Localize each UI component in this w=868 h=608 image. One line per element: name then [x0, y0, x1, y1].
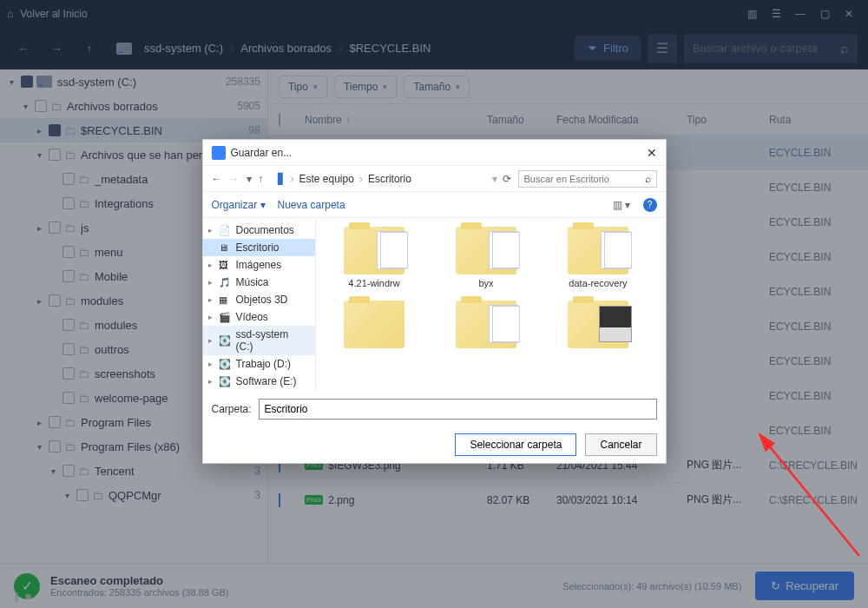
location-icon: 🖥: [219, 242, 231, 253]
dialog-sidebar[interactable]: ▸📄Documentos🖥Escritorio▸🖼Imágenes▸🎵Músic…: [203, 218, 316, 392]
dialog-side-item[interactable]: ▸💽Trabajo (D:): [203, 355, 315, 373]
folder-label: 4.21-windrw: [348, 278, 399, 288]
dialog-search[interactable]: ⌕: [518, 170, 657, 188]
dialog-side-item[interactable]: ▸📄Documentos: [203, 221, 315, 239]
folder-label: data-recovery: [569, 278, 627, 288]
dialog-side-item[interactable]: 🖥Escritorio: [203, 239, 315, 256]
dialog-title: Guardar en...: [231, 147, 647, 159]
folder-item[interactable]: [437, 301, 536, 352]
location-label: Imágenes: [236, 259, 282, 271]
dialog-app-icon: [212, 146, 226, 160]
expand-icon[interactable]: ▸: [208, 261, 213, 269]
folder-icon: [344, 227, 404, 274]
folder-item[interactable]: 4.21-windrw: [325, 227, 424, 288]
location-label: Objetos 3D: [236, 294, 288, 306]
expand-icon[interactable]: ▸: [208, 377, 213, 386]
location-icon: 🖼: [219, 260, 231, 270]
location-icon: 📄: [219, 225, 231, 236]
location-icon: ▦: [219, 294, 231, 306]
overlay: Guardar en... ✕ ← → ▾ ↑ ▋ › Este equipo …: [0, 0, 868, 608]
folder-icon: [456, 301, 516, 348]
dialog-side-item[interactable]: ▸▦Objetos 3D: [203, 291, 315, 308]
dialog-side-item[interactable]: ▸💽ssd-system (C:): [203, 326, 315, 355]
location-label: Software (E:): [236, 375, 297, 387]
location-label: Trabajo (D:): [236, 358, 292, 370]
select-folder-button[interactable]: Seleccionar carpeta: [455, 433, 576, 456]
dialog-breadcrumb[interactable]: ▋ › Este equipo › Escritorio ▾ ⟳: [278, 173, 511, 185]
dialog-back-button[interactable]: ←: [212, 173, 222, 185]
dialog-side-item[interactable]: ▸🖼Imágenes: [203, 256, 315, 274]
location-icon: 💽: [219, 335, 231, 347]
folder-item[interactable]: [325, 301, 424, 352]
location-icon: 🎵: [219, 277, 231, 288]
folder-item[interactable]: byx: [437, 227, 536, 288]
expand-icon[interactable]: ▸: [208, 313, 213, 321]
expand-icon[interactable]: ▸: [208, 278, 213, 287]
folder-input[interactable]: [259, 399, 657, 420]
location-icon: 💽: [219, 359, 231, 370]
dialog-close-icon[interactable]: ✕: [647, 146, 657, 160]
dialog-search-input[interactable]: [524, 174, 645, 184]
dialog-side-item[interactable]: ▸🎵Música: [203, 274, 315, 291]
folder-icon: [344, 301, 404, 348]
location-label: Vídeos: [236, 311, 268, 323]
folder-input-label: Carpeta:: [212, 403, 252, 415]
location-label: Música: [236, 276, 269, 288]
location-icon: 💽: [219, 376, 231, 387]
dialog-refresh-icon[interactable]: ⟳: [503, 173, 511, 185]
dialog-history-icon[interactable]: ▾: [247, 173, 252, 185]
dialog-forward-button[interactable]: →: [229, 173, 240, 185]
save-dialog: Guardar en... ✕ ← → ▾ ↑ ▋ › Este equipo …: [202, 139, 667, 464]
dialog-folder-grid[interactable]: 4.21-windrwbyxdata-recovery: [316, 218, 666, 392]
dialog-side-item[interactable]: ▸💽Software (E:): [203, 373, 315, 390]
folder-item[interactable]: [549, 301, 648, 352]
location-label: Escritorio: [236, 241, 279, 254]
dialog-search-icon[interactable]: ⌕: [645, 173, 651, 185]
location-label: ssd-system (C:): [236, 328, 308, 353]
location-label: Documentos: [236, 224, 294, 236]
cancel-button[interactable]: Cancelar: [585, 433, 656, 456]
folder-icon: [568, 301, 628, 348]
folder-icon: [456, 227, 516, 274]
organize-button[interactable]: Organizar ▾: [212, 199, 266, 211]
expand-icon[interactable]: ▸: [208, 226, 213, 235]
folder-icon: [568, 227, 628, 274]
dialog-side-item[interactable]: ▸🎬Vídeos: [203, 308, 315, 326]
help-icon[interactable]: ?: [643, 198, 657, 212]
view-mode-button[interactable]: ▥ ▾: [613, 199, 630, 211]
dialog-up-button[interactable]: ↑: [259, 173, 264, 185]
location-icon: 🎬: [219, 312, 231, 323]
new-folder-button[interactable]: Nueva carpeta: [278, 199, 345, 211]
folder-item[interactable]: data-recovery: [549, 227, 648, 288]
folder-label: byx: [478, 278, 493, 288]
expand-icon[interactable]: ▸: [208, 360, 213, 368]
expand-icon[interactable]: ▸: [208, 295, 213, 304]
expand-icon[interactable]: ▸: [208, 336, 213, 345]
